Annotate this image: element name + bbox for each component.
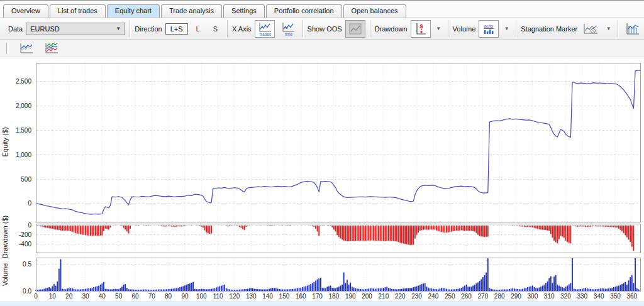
svg-text:1,500: 1,500 bbox=[16, 127, 31, 134]
toolbar-right-groups: ▼ bbox=[618, 20, 644, 38]
tab-list-of-trades[interactable]: List of trades bbox=[50, 4, 106, 18]
chevron-down-icon: ▼ bbox=[116, 26, 121, 31]
stagnation-dropdown-arrow[interactable]: ▼ bbox=[604, 21, 613, 36]
svg-text:320: 320 bbox=[560, 293, 571, 300]
svg-text:time: time bbox=[284, 32, 292, 36]
direction-long-button[interactable]: L bbox=[191, 23, 205, 35]
data-group: Data EURUSD ▼ bbox=[4, 23, 130, 35]
xaxis-label: X Axis bbox=[232, 25, 252, 33]
svg-text:350: 350 bbox=[610, 293, 621, 300]
show-oos-label: Show OOS bbox=[308, 25, 342, 33]
svg-text:230: 230 bbox=[411, 293, 422, 300]
svg-text:280: 280 bbox=[494, 293, 505, 300]
chart-style-group bbox=[618, 20, 644, 38]
svg-text:110: 110 bbox=[213, 293, 223, 300]
svg-text:190: 190 bbox=[345, 293, 356, 300]
svg-text:0: 0 bbox=[28, 222, 31, 229]
single-chart-icon bbox=[19, 42, 34, 55]
drawdown-group: Drawdown $ ▼ bbox=[370, 20, 448, 38]
toolbar-row-2 bbox=[0, 40, 644, 57]
svg-text:20: 20 bbox=[65, 293, 73, 300]
tab-settings[interactable]: Settings bbox=[223, 4, 265, 18]
stagnation-label: Stagnation Marker bbox=[521, 25, 577, 33]
drawdown-label: Drawdown bbox=[375, 25, 408, 33]
svg-text:trades: trades bbox=[260, 32, 272, 36]
svg-text:40: 40 bbox=[99, 293, 106, 300]
toolbar: Data EURUSD ▼ Direction L+S L S X Axis t… bbox=[0, 18, 644, 40]
toolbar-grip bbox=[6, 43, 9, 54]
svg-text:1,000: 1,000 bbox=[16, 151, 31, 158]
drawdown-mode-button[interactable]: $ bbox=[411, 20, 431, 38]
stagnation-marker-button[interactable] bbox=[580, 20, 601, 38]
svg-text:60: 60 bbox=[131, 293, 139, 300]
svg-text:150: 150 bbox=[279, 293, 290, 300]
single-chart-view-button[interactable] bbox=[16, 40, 36, 57]
svg-text:310: 310 bbox=[544, 293, 555, 300]
volume-axis-title: Volume bbox=[1, 263, 9, 287]
drawdown-dollar-icon: $ bbox=[414, 22, 427, 36]
svg-text:-400: -400 bbox=[19, 241, 31, 248]
svg-text:50: 50 bbox=[115, 293, 123, 300]
equity-drawdown-volume-chart: 05001,0001,5002,0002,5000-200-4000.00.50… bbox=[0, 57, 644, 306]
show-oos-group: Show OOS bbox=[303, 20, 370, 38]
data-symbol-select[interactable]: EURUSD ▼ bbox=[26, 23, 125, 35]
tab-overview[interactable]: Overview bbox=[3, 4, 48, 18]
equity-chart-area: 05001,0001,5002,0002,5000-200-4000.00.50… bbox=[0, 57, 644, 306]
volume-group: Volume auto ▼ bbox=[448, 20, 516, 38]
svg-text:270: 270 bbox=[478, 293, 489, 300]
volume-dropdown-arrow[interactable]: ▼ bbox=[502, 21, 511, 36]
oos-chart-icon bbox=[349, 23, 362, 35]
direction-label: Direction bbox=[135, 25, 162, 33]
stagnation-group: Stagnation Marker ▼ bbox=[516, 20, 618, 38]
histogram-chart-button[interactable] bbox=[623, 20, 643, 38]
svg-text:260: 260 bbox=[461, 293, 472, 300]
svg-text:100: 100 bbox=[196, 293, 207, 300]
time-axis-icon: time bbox=[280, 21, 296, 36]
tab-bar: Overview List of trades Equity chart Tra… bbox=[0, 1, 644, 18]
volume-label: Volume bbox=[453, 25, 476, 33]
svg-text:-200: -200 bbox=[19, 231, 31, 238]
direction-short-button[interactable]: S bbox=[208, 23, 223, 35]
xaxis-time-button[interactable]: time bbox=[278, 20, 298, 38]
xaxis-trades-button[interactable]: trades bbox=[255, 20, 275, 38]
svg-text:70: 70 bbox=[148, 293, 156, 300]
svg-text:360: 360 bbox=[626, 293, 637, 300]
svg-text:180: 180 bbox=[329, 293, 340, 300]
svg-text:250: 250 bbox=[445, 293, 455, 300]
tab-trade-analysis[interactable]: Trade analysis bbox=[161, 4, 222, 18]
tab-portfolio-correlation[interactable]: Portfolio correlation bbox=[266, 4, 342, 18]
svg-text:90: 90 bbox=[181, 293, 189, 300]
svg-text:10: 10 bbox=[49, 293, 57, 300]
show-oos-button[interactable] bbox=[345, 20, 365, 38]
svg-text:0.0: 0.0 bbox=[23, 288, 31, 295]
svg-text:340: 340 bbox=[594, 293, 604, 300]
gridlines bbox=[36, 63, 640, 290]
tab-open-balances[interactable]: Open balances bbox=[343, 4, 406, 18]
tab-equity-chart[interactable]: Equity chart bbox=[107, 4, 160, 18]
svg-text:290: 290 bbox=[511, 293, 521, 300]
volume-mode-button[interactable]: auto bbox=[479, 20, 499, 38]
direction-long-short-button[interactable]: L+S bbox=[165, 23, 188, 35]
svg-text:80: 80 bbox=[165, 293, 172, 300]
data-label: Data bbox=[8, 25, 23, 33]
svg-text:0: 0 bbox=[28, 200, 31, 207]
equity-axis-title: Equity ($) bbox=[1, 127, 9, 156]
svg-text:300: 300 bbox=[528, 293, 538, 300]
xaxis-group: X Axis trades time bbox=[228, 20, 303, 38]
multi-chart-icon bbox=[44, 42, 59, 55]
data-symbol-value: EURUSD bbox=[30, 25, 59, 33]
svg-text:500: 500 bbox=[21, 176, 31, 183]
svg-text:240: 240 bbox=[428, 293, 439, 300]
svg-text:330: 330 bbox=[577, 293, 588, 300]
svg-text:auto: auto bbox=[484, 23, 494, 29]
multi-chart-view-button[interactable] bbox=[42, 40, 62, 57]
histogram-chart-icon bbox=[625, 22, 640, 36]
volume-auto-icon: auto bbox=[482, 22, 496, 36]
bottom-scrollbar-strip[interactable] bbox=[0, 302, 644, 306]
svg-text:220: 220 bbox=[395, 293, 406, 300]
svg-text:140: 140 bbox=[262, 293, 273, 300]
svg-text:30: 30 bbox=[82, 293, 89, 300]
svg-text:130: 130 bbox=[246, 293, 257, 300]
equity-line bbox=[36, 70, 640, 214]
drawdown-dropdown-arrow[interactable]: ▼ bbox=[434, 21, 443, 36]
